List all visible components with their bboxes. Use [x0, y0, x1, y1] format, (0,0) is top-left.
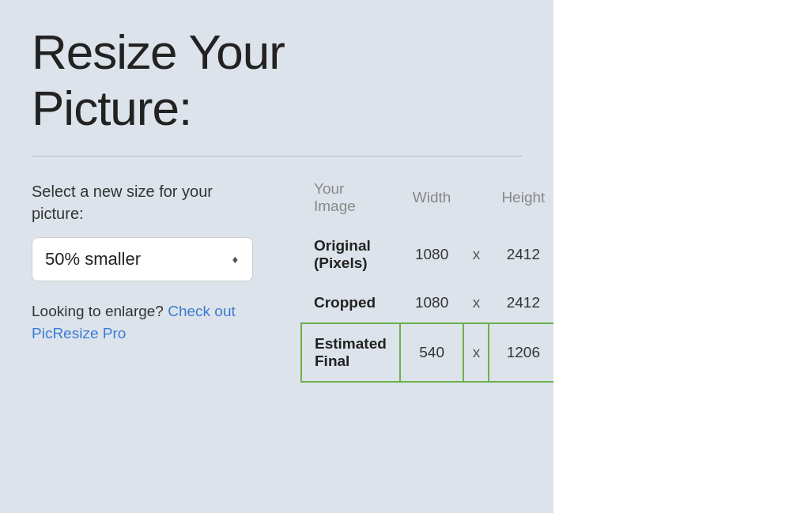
col-header-your-image: Your Image [301, 180, 400, 226]
enlarge-text: Looking to enlarge? Check out PicResize … [32, 300, 253, 345]
row-cropped-x: x [463, 283, 489, 323]
table-row-estimated: Estimated Final 540 x 1206 [301, 323, 557, 382]
row-original-label: Original (Pixels) [301, 226, 400, 283]
row-original-height: 2412 [489, 226, 557, 283]
table-row: Cropped 1080 x 2412 [301, 283, 557, 323]
right-panel [553, 0, 812, 513]
page-container: Resize Your Picture: Select a new size f… [0, 0, 812, 513]
page-title: Resize Your Picture: [32, 24, 522, 137]
row-estimated-height: 1206 [489, 323, 557, 382]
table-header-row: Your Image Width Height [301, 180, 557, 226]
row-original-width: 1080 [400, 226, 464, 283]
size-select-value: 50% smaller [45, 249, 141, 270]
row-cropped-height: 2412 [489, 283, 557, 323]
select-label: Select a new size for your picture: [32, 180, 253, 224]
size-table: Your Image Width Height [300, 180, 558, 383]
size-select[interactable]: 50% smaller ⬧ [32, 237, 253, 281]
row-estimated-label: Estimated Final [301, 323, 400, 382]
row-original-x: x [463, 226, 489, 283]
table-row: Original (Pixels) 1080 x 2412 [301, 226, 557, 283]
content-area: Select a new size for your picture: 50% … [32, 180, 522, 383]
left-panel: Resize Your Picture: Select a new size f… [0, 0, 553, 513]
select-arrow-icon: ⬧ [231, 251, 240, 267]
row-estimated-width: 540 [400, 323, 464, 382]
section-divider [32, 156, 522, 157]
row-cropped-label: Cropped [301, 283, 400, 323]
col-header-x [463, 180, 489, 226]
row-cropped-width: 1080 [400, 283, 464, 323]
col-header-width: Width [400, 180, 464, 226]
size-table-container: Your Image Width Height [300, 180, 558, 383]
col-header-height: Height [489, 180, 557, 226]
left-controls: Select a new size for your picture: 50% … [32, 180, 253, 345]
row-estimated-x: x [463, 323, 489, 382]
